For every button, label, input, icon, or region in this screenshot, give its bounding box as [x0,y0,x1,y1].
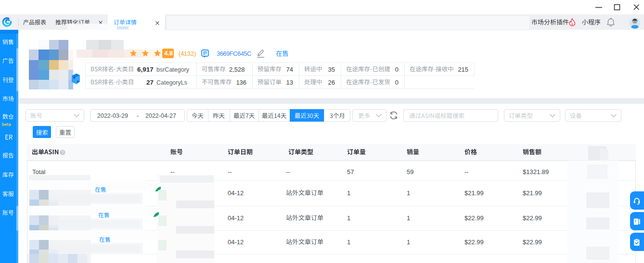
svg-text:?: ? [61,150,64,155]
